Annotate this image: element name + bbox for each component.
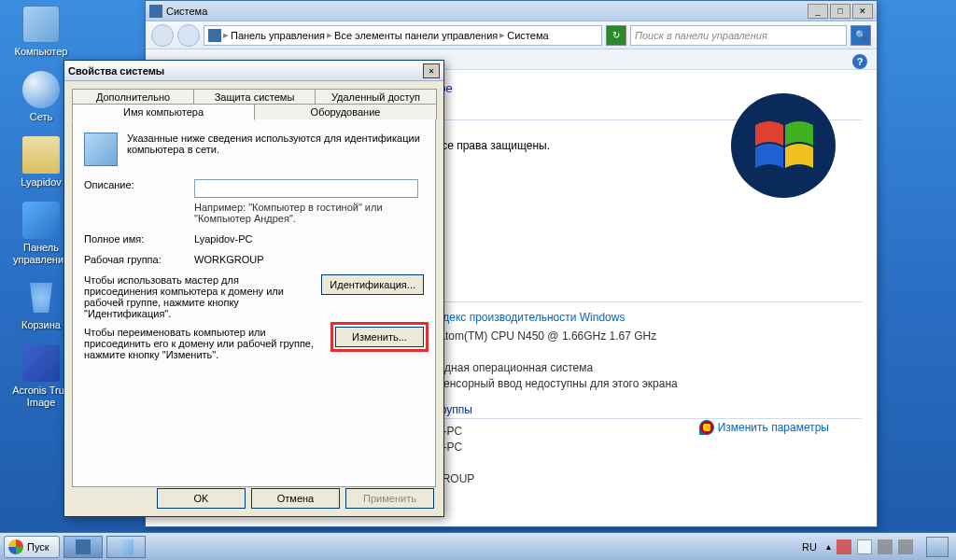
help-icon[interactable]: ? [852,54,867,69]
tab-computer-name[interactable]: Имя компьютера [72,104,255,120]
window-icon [149,5,162,18]
cpu-value: Intel(R) Atom(TM) CPU N450 @ 1.66GHz 1.6… [399,329,862,343]
control-panel-icon [22,202,60,239]
taskbar-item-explorer[interactable] [63,536,103,558]
system-tray: RU ▴ [798,537,952,557]
fullname-label: Полное имя: [84,233,194,245]
breadcrumb[interactable]: ▸ Панель управления ▸ Все элементы панел… [204,25,602,46]
titlebar[interactable]: Система _ □ ✕ [146,1,877,21]
windows-logo-icon [727,90,839,202]
breadcrumb-seg[interactable]: Панель управления [231,30,325,41]
description-input[interactable] [194,179,418,198]
desktop-icon-computer[interactable]: Компьютер [6,6,77,58]
ok-button[interactable]: OK [157,488,246,509]
tray-chevron-icon[interactable]: ▴ [826,541,831,552]
start-button[interactable]: Пуск [4,536,60,558]
computer-icon [119,539,134,554]
ram-value: 1,00 ГБ [399,345,862,358]
tab-panel: Указанные ниже сведения используются для… [72,119,436,487]
identification-text: Чтобы использовать мастер для присоедине… [84,274,314,319]
description-label: Описание: [84,179,194,190]
rating-link[interactable]: Индекс производительности Windows [429,311,625,324]
close-button[interactable]: ✕ [423,63,440,78]
change-text: Чтобы переименовать компьютер или присое… [84,327,328,360]
breadcrumb-seg[interactable]: Система [507,30,548,41]
intro-text: Указанные ниже сведения используются для… [127,133,424,166]
fullname-value: Lyapidov-PC [194,233,253,245]
tab-advanced[interactable]: Дополнительно [72,89,194,105]
tab-hardware[interactable]: Оборудование [254,104,437,119]
search-placeholder: Поиск в панели управления [635,30,767,41]
search-input[interactable]: Поиск в панели управления [630,25,847,46]
workgroup-label: Рабочая группа: [84,254,194,265]
dialog-footer: OK Отмена Применить [157,488,434,509]
tab-container: Дополнительно Защита системы Удаленный д… [64,81,443,487]
change-link-text: Изменить параметры [718,421,829,434]
type-value: 32-разрядная операционная система [399,361,862,374]
search-button[interactable]: 🔍 [851,25,871,46]
change-button[interactable]: Изменить... [335,327,424,347]
breadcrumb-seg[interactable]: Все элементы панели управления [334,30,498,41]
wg-value: WORKGROUP [399,472,862,485]
breadcrumb-icon [208,29,221,42]
identification-button[interactable]: Идентификация... [321,274,424,295]
network-icon [22,71,60,108]
tray-flag-icon[interactable] [836,539,851,554]
acronis-icon [22,344,60,382]
windows-logo-icon [8,539,23,554]
dialog-title: Свойства системы [68,65,164,77]
full-value: Lyapidov-PC [399,441,862,454]
desc-value [399,456,862,469]
description-hint: Например: "Компьютер в гостиной" или "Ко… [194,202,424,224]
taskbar-item-system[interactable] [106,536,146,558]
maximize-button[interactable]: □ [830,4,851,19]
toolbar: ▸ Панель управления ▸ Все элементы панел… [146,21,877,49]
refresh-button[interactable]: ↻ [606,25,626,46]
taskbar: Пуск RU ▴ [0,532,956,560]
tray-network-icon[interactable] [878,539,893,554]
minimize-button[interactable]: _ [808,4,828,19]
recycle-bin-icon [22,279,60,316]
tab-protection[interactable]: Защита системы [193,89,316,105]
system-properties-dialog: Свойства системы ✕ Дополнительно Защита … [63,60,444,517]
back-button[interactable] [151,24,174,47]
start-label: Пуск [27,541,49,553]
explorer-icon [76,539,91,554]
tab-remote[interactable]: Удаленный доступ [315,89,437,105]
shield-icon [699,420,714,435]
cancel-button[interactable]: Отмена [251,488,340,509]
forward-button[interactable] [177,24,200,47]
apply-button[interactable]: Применить [345,488,434,509]
icon-label: Компьютер [6,46,77,58]
workgroup-value: WORKGROUP [194,254,264,265]
pen-value: Перо и сенсорный ввод недоступны для это… [399,377,862,390]
dialog-titlebar[interactable]: Свойства системы ✕ [64,61,443,81]
computer-icon [84,133,118,166]
window-title: Система [166,6,207,17]
change-settings-link[interactable]: Изменить параметры [699,420,829,435]
language-indicator[interactable]: RU [798,539,821,554]
show-desktop-button[interactable] [926,537,949,557]
tray-volume-icon[interactable] [898,539,913,554]
folder-icon [22,136,60,174]
tray-action-center-icon[interactable] [857,539,872,554]
computer-icon [22,6,60,43]
close-button[interactable]: ✕ [852,4,873,19]
